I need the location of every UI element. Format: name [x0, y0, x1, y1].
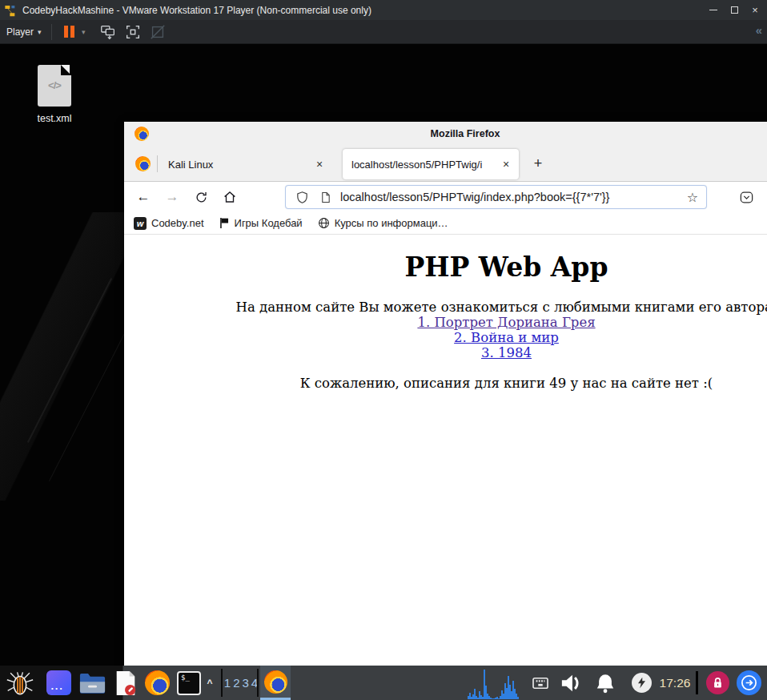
- minimize-button[interactable]: [703, 0, 724, 20]
- reload-icon: [195, 191, 208, 204]
- chevron-down-icon: ▾: [38, 28, 42, 36]
- workspace-switcher[interactable]: 1 2 3 4: [224, 666, 258, 700]
- back-button[interactable]: ←: [132, 186, 155, 208]
- purple-app-icon: ···: [46, 670, 71, 695]
- vmware-window-title: CodebyHackMashine - VMware Workstation 1…: [22, 5, 371, 16]
- firefox-icon: [145, 670, 170, 695]
- volume-tray-icon[interactable]: [557, 666, 584, 700]
- close-tab-icon[interactable]: ×: [311, 158, 327, 171]
- bookmark-courses[interactable]: Курсы по информаци…: [318, 217, 448, 229]
- new-tab-button[interactable]: +: [528, 153, 548, 174]
- bookmark-star-icon[interactable]: ☆: [687, 190, 698, 205]
- flag-icon: [219, 217, 230, 229]
- bookmark-label: Codeby.net: [151, 217, 204, 229]
- file-manager-launcher[interactable]: [78, 666, 106, 700]
- cpu-graph: [468, 670, 519, 699]
- firefox-window-title: Mozilla Firefox: [431, 128, 500, 139]
- forward-button[interactable]: →: [161, 186, 183, 208]
- logout-icon: [737, 670, 761, 695]
- navigation-toolbar: ← → localhost/lesson5/PH: [124, 182, 767, 212]
- workspace-2[interactable]: 2: [233, 676, 239, 690]
- pause-icon: [64, 26, 68, 38]
- text-editor-icon: [114, 670, 138, 696]
- home-button[interactable]: [219, 186, 241, 208]
- firefox-view-icon[interactable]: [135, 156, 151, 171]
- vm-desktop: </> test.xml Mozilla Firefox Kali Linux …: [0, 44, 767, 700]
- bookmark-codeby[interactable]: w Codeby.net: [134, 217, 204, 230]
- kali-bug-icon: [3, 670, 37, 697]
- show-desktop-launcher[interactable]: ···: [44, 666, 73, 700]
- player-menu[interactable]: Player ▾: [6, 24, 42, 40]
- panel-divider: [221, 669, 223, 697]
- code-glyph: </>: [38, 79, 71, 91]
- cpu-bar: [517, 697, 519, 699]
- tab-localhost-active[interactable]: localhost/lesson5/PHPTwig/i ×: [343, 149, 519, 179]
- suspend-vm-button[interactable]: [64, 26, 74, 38]
- lock-icon: [706, 671, 729, 694]
- applications-menu-button[interactable]: [0, 666, 40, 700]
- clock[interactable]: 17:26: [655, 666, 695, 700]
- pause-icon: [70, 26, 74, 38]
- book-link-1[interactable]: 1. Портрет Дориана Грея: [124, 315, 767, 330]
- notifications-tray-icon[interactable]: [592, 666, 618, 700]
- close-button[interactable]: ×: [745, 0, 765, 20]
- save-to-pocket-icon[interactable]: [739, 190, 754, 205]
- unity-mode-button-disabled: [149, 23, 167, 41]
- close-icon: ×: [752, 4, 758, 16]
- web-page-content: PHP Web App На данном сайте Вы можете оз…: [124, 235, 767, 666]
- kali-taskbar: ··· $_ ^ 1 2 3 4: [0, 666, 767, 700]
- url-bar[interactable]: localhost/lesson5/PHPTwig/index.php?book…: [285, 185, 707, 209]
- firefox-titlebar[interactable]: Mozilla Firefox: [124, 122, 767, 146]
- logout-button[interactable]: [733, 666, 764, 700]
- firefox-window: Mozilla Firefox Kali Linux × localhost/l…: [124, 122, 767, 666]
- close-tab-icon[interactable]: ×: [498, 158, 514, 171]
- home-icon: [223, 190, 237, 204]
- reload-button[interactable]: [190, 186, 212, 208]
- folder-icon: [79, 672, 106, 694]
- panel-expand-chevron[interactable]: ^: [202, 666, 218, 700]
- book-link-3[interactable]: 3. 1984: [124, 345, 767, 360]
- book-link-2[interactable]: 2. Война и мир: [124, 330, 767, 345]
- firefox-icon: [135, 127, 149, 141]
- vmware-toolbar: Player ▾ ▾ «: [0, 20, 767, 44]
- vmware-titlebar: CodebyHackMashine - VMware Workstation 1…: [0, 0, 767, 20]
- chevron-down-icon: ▾: [82, 28, 86, 36]
- xml-file-icon: </>: [38, 65, 71, 107]
- network-tray-icon[interactable]: [530, 666, 551, 700]
- tab-label: Kali Linux: [168, 159, 311, 171]
- bookmark-label: Игры Кодебай: [235, 217, 303, 229]
- codeby-icon: w: [134, 217, 147, 230]
- minimize-icon: [709, 10, 717, 11]
- workspace-1[interactable]: 1: [224, 676, 231, 690]
- panel-divider: [696, 671, 698, 694]
- lock-screen-button[interactable]: [704, 666, 731, 700]
- workspace-3[interactable]: 3: [243, 676, 249, 690]
- page-info-icon[interactable]: [319, 191, 331, 203]
- terminal-launcher[interactable]: $_: [175, 666, 203, 700]
- intro-text: На данном сайте Вы можете ознакомиться с…: [124, 300, 767, 315]
- tab-divider: [157, 155, 158, 172]
- url-text[interactable]: localhost/lesson5/PHPTwig/index.php?book…: [340, 191, 609, 203]
- collapse-toolbar-button[interactable]: «: [756, 23, 761, 37]
- terminal-icon: $_: [177, 671, 201, 695]
- fullscreen-button[interactable]: [124, 23, 142, 41]
- send-ctrl-alt-del-button[interactable]: [99, 23, 117, 41]
- firefox-icon: [264, 670, 287, 694]
- tab-bar: Kali Linux × localhost/lesson5/PHPTwig/i…: [124, 146, 767, 182]
- battery-icon: [632, 673, 652, 693]
- tab-label: localhost/lesson5/PHPTwig/i: [351, 159, 498, 171]
- desktop-file-testxml[interactable]: </> test.xml: [27, 65, 82, 124]
- bookmark-label: Курсы по информаци…: [335, 217, 448, 229]
- maximize-button[interactable]: [724, 0, 745, 20]
- bookmarks-toolbar: w Codeby.net Игры Кодебай Курсы по инфор…: [124, 212, 767, 235]
- text-editor-launcher[interactable]: [111, 666, 140, 700]
- firefox-launcher[interactable]: [143, 666, 171, 700]
- firefox-window-button-active[interactable]: [260, 666, 291, 700]
- tracking-protection-shield-icon[interactable]: [295, 191, 309, 204]
- page-title: PHP Web App: [124, 251, 767, 283]
- power-manager-tray-icon[interactable]: [630, 666, 653, 700]
- maximize-icon: [731, 6, 738, 14]
- vmware-player-icon: [4, 4, 17, 17]
- bookmark-games[interactable]: Игры Кодебай: [219, 217, 303, 229]
- tab-kali-linux[interactable]: Kali Linux ×: [160, 150, 332, 179]
